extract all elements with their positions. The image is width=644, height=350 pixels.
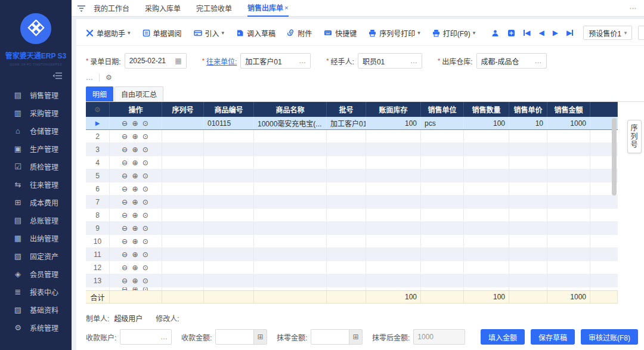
user-icon[interactable] — [491, 29, 499, 37]
sidebar-item-sales-management[interactable]: ▤销售管理 — [0, 86, 72, 104]
doc-assistant-button[interactable]: 单据助手▾ — [86, 28, 131, 38]
attachment-button[interactable]: 附件 — [287, 28, 312, 38]
sidebar-item-production-management[interactable]: ▣生产管理 — [0, 140, 72, 157]
row-op-icons[interactable]: ⊖ ⊕ ⊙ — [110, 130, 162, 143]
sidebar-item-report-center[interactable]: ≣报表中心 — [0, 283, 72, 301]
table-row[interactable]: 8⊖ ⊕ ⊙ — [86, 209, 618, 222]
calendar-icon[interactable]: ▦ — [175, 57, 181, 65]
tab-detail[interactable]: 明细 — [86, 86, 113, 101]
calculator-icon[interactable]: ⊞ — [253, 330, 267, 344]
row-op-icons[interactable]: ⊖ ⊕ ⊙ — [110, 196, 162, 208]
cell-product-name[interactable]: 10000毫安充电宝(... — [254, 117, 327, 129]
prev-record-icon[interactable]: ◀ — [538, 29, 544, 37]
warehouse-field[interactable]: 成都-成品仓 … — [476, 53, 547, 69]
lookup-ellipsis-icon[interactable]: … — [410, 57, 417, 65]
sidebar-item-member-management[interactable]: ◈会员管理 — [0, 265, 72, 283]
table-row[interactable]: 13⊖ ⊕ ⊙ — [86, 274, 618, 287]
rounding-field[interactable]: ⊞ — [311, 329, 363, 345]
table-row[interactable]: 11⊖ ⊕ ⊙ — [86, 248, 618, 261]
table-scrollbar[interactable] — [612, 118, 617, 196]
tab-completion-acceptance-order[interactable]: 完工验收单 — [196, 0, 232, 17]
serial-print-button[interactable]: 序列号打印▾ — [369, 28, 420, 38]
print-button[interactable]: 打印(F9)▾ — [432, 28, 476, 38]
close-tab-icon[interactable]: × — [284, 4, 288, 11]
table-row-selected[interactable]: ▶ ⊖ ⊕ ⊙ 010115 10000毫安充电宝(... 加工客户01 100… — [86, 117, 618, 130]
calculator-icon: ⊞ — [13, 198, 23, 207]
row-op-icons[interactable]: ⊖ ⊕ ⊙ — [110, 209, 162, 221]
post-audit-button[interactable]: 审核过账(F8) — [581, 329, 638, 345]
row-op-icons[interactable]: ⊖ ⊕ ⊙ — [110, 274, 162, 287]
next-record-icon[interactable]: ▶ — [553, 29, 558, 37]
table-row[interactable]: 12⊖ ⊕ ⊙ — [86, 261, 618, 274]
save-draft-button[interactable]: 保存草稿 — [531, 329, 575, 345]
table-row[interactable]: 4⊖ ⊕ ⊙ — [86, 156, 618, 169]
table-row[interactable]: 6⊖ ⊕ ⊙ — [86, 182, 618, 196]
sidebar-menu: ▤销售管理 ▥采购管理 ⌂仓储管理 ▣生产管理 ☑质检管理 ⇆往来管理 ⊞成本费… — [0, 86, 72, 336]
sidebar-item-purchase-management[interactable]: ▥采购管理 — [0, 104, 72, 122]
row-op-icons[interactable]: ⊖ ⊕ ⊙ — [110, 143, 162, 156]
table-row[interactable]: 3⊖ ⊕ ⊙ — [86, 143, 618, 156]
cell-amount[interactable]: 1000 — [547, 117, 590, 129]
tab-my-workbench[interactable]: 我的工作台 — [94, 0, 129, 17]
lookup-ellipsis-icon[interactable]: … — [535, 57, 542, 65]
customer-field[interactable]: 加工客户01 … — [240, 53, 311, 69]
cell-qty[interactable]: 100 — [464, 117, 509, 129]
table-row[interactable]: 10⊖ ⊕ ⊙ — [86, 235, 618, 248]
more-tabs-icon[interactable]: ⋯ — [629, 4, 637, 13]
sidebar-item-contacts-management[interactable]: ⇆往来管理 — [0, 175, 72, 193]
table-row[interactable]: 9⊖ ⊕ ⊙ — [86, 222, 618, 235]
lookup-ellipsis-icon[interactable]: … — [299, 57, 306, 65]
price-preset-select[interactable]: 预设售价1▾ — [583, 26, 632, 40]
payment-amount-field[interactable]: ⊞ — [215, 329, 267, 345]
tab-purchase-inbound-order[interactable]: 采购入库单 — [145, 0, 181, 17]
table-row[interactable]: 7⊖ ⊕ ⊙ — [86, 196, 618, 209]
doc-view-button[interactable]: 单据调阅 — [143, 28, 182, 38]
sidebar-collapse-button[interactable] — [0, 66, 72, 82]
sidebar-item-system-management[interactable]: ⚙系统管理 — [0, 318, 72, 336]
lookup-ellipsis-icon[interactable]: … — [157, 333, 171, 341]
row-op-icons[interactable]: ⊖ ⊕ ⊙ — [110, 156, 162, 169]
field-settings-gear-icon[interactable]: ⚙ — [106, 73, 112, 82]
row-op-icons[interactable]: ⊖ ⊕ ⊙ — [110, 169, 162, 182]
calculator-icon[interactable]: ⊞ — [349, 330, 362, 344]
table-row[interactable]: 5⊖ ⊕ ⊙ — [86, 169, 618, 182]
handler-field[interactable]: 职员01 … — [358, 53, 422, 69]
first-record-icon[interactable]: ◀ — [524, 29, 530, 37]
order-date-field[interactable]: 2025-02-21 ▦ — [125, 53, 187, 69]
cell-batch[interactable]: 加工客户01 — [327, 117, 366, 129]
sidebar-item-cost-expense[interactable]: ⊞成本费用 — [0, 193, 72, 211]
import-button[interactable]: 引入▾ — [194, 28, 225, 38]
column-settings-gear-icon[interactable]: ⚙ — [86, 102, 110, 117]
row-op-icons[interactable]: ⊖ ⊕ ⊙ — [110, 182, 162, 195]
cell-stock[interactable]: 100 — [366, 117, 421, 129]
print-mode-select[interactable]: 不打印▾ — [638, 26, 644, 40]
tab-sales-outbound-order[interactable]: 销售出库单× — [247, 0, 288, 17]
row-op-icons[interactable]: ⊖ ⊕ ⊙ — [110, 117, 162, 129]
cell-price[interactable]: 10 — [509, 117, 547, 129]
tab-free-item-summary[interactable]: 自由项汇总 — [114, 86, 163, 101]
row-op-icons[interactable]: ⊖ ⊕ ⊙ — [110, 235, 162, 247]
customer-label-link[interactable]: 往来单位: — [206, 56, 237, 66]
sidebar-item-warehouse-management[interactable]: ⌂仓储管理 — [0, 122, 72, 140]
sidebar-item-quality-management[interactable]: ☑质检管理 — [0, 157, 72, 175]
fill-amount-button[interactable]: 填入金额 — [481, 329, 525, 345]
sidebar-item-cashier-management[interactable]: ▦出纳管理 — [0, 229, 72, 247]
serial-number-side-button[interactable]: 序列号 — [627, 120, 642, 153]
row-op-icons[interactable]: ⊖ ⊕ ⊙ — [110, 248, 162, 261]
cell-serial[interactable] — [162, 117, 204, 129]
last-record-icon[interactable]: ▶ — [566, 29, 573, 37]
more-fields-button[interactable]: … — [86, 73, 93, 82]
sidebar-item-fixed-assets[interactable]: ▧固定资产 — [0, 247, 72, 265]
filter-icon[interactable] — [78, 5, 85, 12]
cell-unit[interactable]: pcs — [421, 117, 464, 129]
sidebar-item-general-ledger[interactable]: ▤总账管理 — [0, 211, 72, 229]
hotkeys-button[interactable]: 快捷键 — [324, 28, 357, 38]
payment-account-field[interactable]: … — [120, 329, 172, 345]
cell-product-code[interactable]: 010115 — [204, 117, 254, 129]
row-op-icons[interactable]: ⊖ ⊕ ⊙ — [110, 222, 162, 234]
sidebar-item-base-data[interactable]: ▨基础资料 — [0, 301, 72, 318]
load-draft-button[interactable]: 调入草稿 — [236, 28, 275, 38]
copy-add-icon[interactable] — [507, 29, 515, 37]
table-row[interactable]: 2⊖ ⊕ ⊙ — [86, 130, 618, 143]
row-op-icons[interactable]: ⊖ ⊕ ⊙ — [110, 261, 162, 274]
